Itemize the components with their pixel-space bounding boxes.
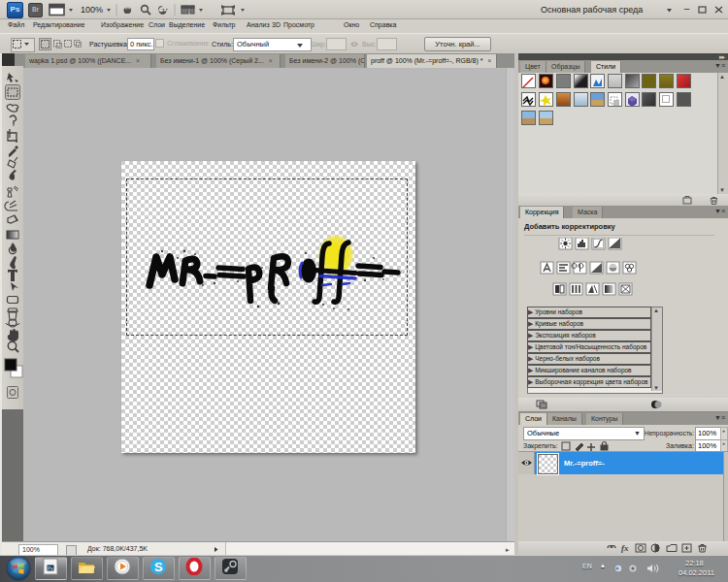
svg-text:100%: 100% bbox=[81, 5, 103, 15]
svg-text:Ps: Ps bbox=[48, 566, 53, 571]
svg-text:fx: fx bbox=[621, 543, 629, 553]
svg-text:S: S bbox=[154, 560, 163, 574]
